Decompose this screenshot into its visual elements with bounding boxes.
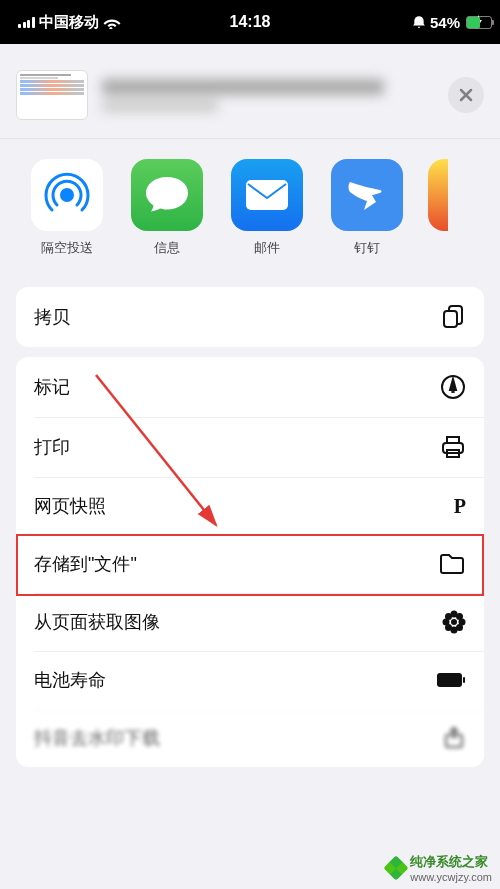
share-app-airdrop[interactable]: 隔空投送 <box>28 159 106 257</box>
action-label: 电池寿命 <box>34 668 106 692</box>
watermark-brand: 纯净系统之家 <box>410 853 492 871</box>
app-label: 邮件 <box>254 239 280 257</box>
print-icon <box>440 434 466 460</box>
action-copy[interactable]: 拷贝 <box>16 287 484 347</box>
svg-point-16 <box>445 624 452 631</box>
close-icon <box>459 88 473 102</box>
share-sheet: 隔空投送 信息 邮件 钉钉 拷贝 <box>0 52 500 889</box>
watermark: 纯净系统之家 www.ycwjzy.com <box>387 853 492 883</box>
share-app-dingtalk[interactable]: 钉钉 <box>328 159 406 257</box>
share-icon <box>442 726 466 750</box>
action-group-copy: 拷贝 <box>16 287 484 347</box>
signal-icon <box>18 17 35 28</box>
carrier-label: 中国移动 <box>39 13 99 32</box>
copy-icon <box>440 304 466 330</box>
svg-point-0 <box>60 188 74 202</box>
flower-icon <box>442 610 466 634</box>
action-label: 标记 <box>34 375 70 399</box>
action-label: 打印 <box>34 435 70 459</box>
battery-icon <box>466 16 492 29</box>
battery-pct: 54% <box>430 14 460 31</box>
action-battery-life[interactable]: 电池寿命 <box>16 651 484 709</box>
share-app-mail[interactable]: 邮件 <box>228 159 306 257</box>
wifi-icon <box>103 16 121 29</box>
status-bar: 中国移动 14:18 54% <box>0 0 500 44</box>
action-label: 拷贝 <box>34 305 70 329</box>
svg-point-14 <box>445 613 452 620</box>
app-label: 钉钉 <box>354 239 380 257</box>
battery-full-icon <box>436 672 466 688</box>
share-app-messages[interactable]: 信息 <box>128 159 206 257</box>
action-get-image-from-page[interactable]: 从页面获取图像 <box>16 593 484 651</box>
svg-rect-1 <box>246 180 288 210</box>
svg-point-9 <box>451 619 457 625</box>
action-save-to-files[interactable]: 存储到"文件" <box>16 535 484 593</box>
action-label: 网页快照 <box>34 494 106 518</box>
p-icon: P <box>454 495 466 518</box>
alarm-icon <box>412 15 426 29</box>
app-label: 信息 <box>154 239 180 257</box>
action-douyin-watermark[interactable]: 抖音去水印下载 <box>16 709 484 767</box>
folder-icon <box>438 553 466 575</box>
svg-rect-18 <box>437 673 462 687</box>
action-label: 存储到"文件" <box>34 552 137 576</box>
action-web-snapshot[interactable]: 网页快照 P <box>16 477 484 535</box>
svg-rect-2 <box>444 311 457 327</box>
dingtalk-icon <box>331 159 403 231</box>
clock-label: 14:18 <box>230 13 271 31</box>
action-label: 从页面获取图像 <box>34 610 160 634</box>
share-app-weibo[interactable] <box>428 159 448 257</box>
mail-icon <box>231 159 303 231</box>
share-apps-row: 隔空投送 信息 邮件 钉钉 <box>0 139 500 277</box>
document-title-blurred <box>102 79 434 112</box>
document-thumbnail[interactable] <box>16 70 88 120</box>
svg-point-15 <box>456 613 463 620</box>
svg-rect-19 <box>463 677 465 683</box>
watermark-url: www.ycwjzy.com <box>410 871 492 883</box>
svg-rect-7 <box>447 437 459 443</box>
messages-icon <box>131 159 203 231</box>
app-label: 隔空投送 <box>41 239 93 257</box>
svg-point-17 <box>456 624 463 631</box>
close-button[interactable] <box>448 77 484 113</box>
action-markup[interactable]: 标记 <box>16 357 484 417</box>
airdrop-icon <box>31 159 103 231</box>
svg-point-5 <box>451 391 455 393</box>
action-print[interactable]: 打印 <box>16 417 484 477</box>
action-group-main: 标记 打印 网页快照 P 存储到"文件" 从页面获取图像 电池寿命 抖音去水印下… <box>16 357 484 767</box>
weibo-icon <box>428 159 448 231</box>
markup-icon <box>440 374 466 400</box>
watermark-logo-icon <box>384 855 409 880</box>
action-label: 抖音去水印下载 <box>34 726 160 750</box>
